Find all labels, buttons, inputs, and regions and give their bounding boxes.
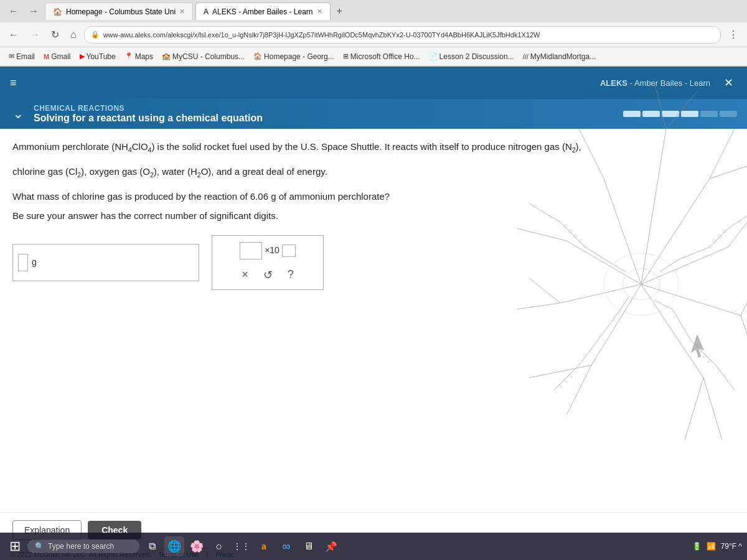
bookmark-mycsu[interactable]: 🏫 MyCSU - Columbus... xyxy=(158,51,248,62)
tab-favicon: 🏠 xyxy=(53,7,62,16)
url-text: www-awu.aleks.com/alekscgi/x/lsl.exe/1o_… xyxy=(103,31,540,39)
answer-section: g ×10 × ↺ ? xyxy=(12,235,735,290)
aleks-header: ≡ ALEKS - Amber Bailes - Learn ✕ xyxy=(0,67,747,99)
bookmark-youtube[interactable]: ▶ YouTube xyxy=(76,51,120,62)
back-button[interactable]: ← xyxy=(5,4,22,18)
answer-unit: g xyxy=(32,255,37,270)
microsoft-icon: ⊞ xyxy=(343,52,349,60)
pin-icon: 📌 xyxy=(325,541,337,553)
section-title: CHEMICAL REACTIONS xyxy=(34,104,263,113)
nh4-sub: 4 xyxy=(128,146,132,154)
taskbar-widget-button[interactable]: ⋮⋮ xyxy=(232,536,251,556)
sci-x10-label: ×10 xyxy=(265,243,280,258)
bookmark-lesson-label: Lesson 2 Discussion... xyxy=(439,52,514,61)
question-paragraph-2: chlorine gas (Cl2), oxygen gas (O2), wat… xyxy=(12,164,735,181)
task-view-button[interactable]: ⧉ xyxy=(142,536,162,556)
sig-digits-note: Be sure your answer has the correct numb… xyxy=(12,208,735,224)
tab-bar: ← → 🏠 Homepage - Columbus State Uni ✕ A … xyxy=(0,0,747,22)
temp-arrow-icon: ^ xyxy=(738,542,742,551)
progress-bar-area xyxy=(623,111,737,117)
taskbar-wifi-icon: 📶 xyxy=(707,542,716,551)
h2o-sub: 2 xyxy=(197,171,201,179)
bookmark-gmail[interactable]: M Gmail xyxy=(40,51,75,62)
aleks-title-label: ALEKS xyxy=(600,78,627,88)
progress-seg-3 xyxy=(662,111,679,117)
bookmark-youtube-label: YouTube xyxy=(87,52,116,61)
edge-icon: 🌐 xyxy=(167,539,181,553)
sci-multiply-button[interactable]: × xyxy=(239,267,251,282)
youtube-icon: ▶ xyxy=(80,52,85,60)
bookmark-lesson[interactable]: 📄 Lesson 2 Discussion... xyxy=(425,51,518,62)
section-subtitle: Solving for a reactant using a chemical … xyxy=(34,113,263,124)
sci-buttons: × ↺ ? xyxy=(239,267,296,283)
sci-top: ×10 xyxy=(240,242,296,259)
sci-help-button[interactable]: ? xyxy=(285,267,296,282)
new-tab-button[interactable]: + xyxy=(333,4,346,18)
tab-aleks[interactable]: A ALEKS - Amber Bailes - Learn ✕ xyxy=(195,2,330,20)
extensions-button[interactable]: ⋮ xyxy=(725,27,742,42)
section-header-text: CHEMICAL REACTIONS Solving for a reactan… xyxy=(34,104,263,124)
taskbar-search-label: Type here to search xyxy=(48,542,114,551)
sci-undo-button[interactable]: ↺ xyxy=(261,267,275,283)
home-button[interactable]: ⌂ xyxy=(67,28,80,42)
o2-sub: 2 xyxy=(150,171,154,179)
question-area: Ammonium perchlorate (NH4ClO4) is the so… xyxy=(0,129,747,512)
taskbar-pin-button[interactable]: 📌 xyxy=(321,536,341,556)
answer-input-box[interactable]: g xyxy=(12,244,199,281)
tab-close-aleks[interactable]: ✕ xyxy=(317,7,322,16)
search-icon: 🔍 xyxy=(35,542,44,551)
mortgage-icon: /// xyxy=(523,53,529,60)
sci-exp-input[interactable] xyxy=(282,245,296,257)
address-bar[interactable]: 🔒 www-awu.aleks.com/alekscgi/x/lsl.exe/1… xyxy=(84,26,721,44)
clo4-sub: 4 xyxy=(148,146,152,154)
app-a-icon: a xyxy=(261,541,266,551)
bookmark-microsoft-label: Microsoft Office Ho... xyxy=(350,52,420,61)
bookmark-email[interactable]: ✉ Email xyxy=(5,51,39,62)
page-content: ≡ ALEKS - Amber Bailes - Learn ✕ ⌄ CHEMI… xyxy=(0,67,747,560)
taskbar-temperature: 79°F ^ xyxy=(721,542,742,551)
bookmark-gmail-label: Gmail xyxy=(51,52,70,61)
taskbar-search[interactable]: 🔍 Type here to search xyxy=(27,539,139,553)
bookmarks-bar: ✉ Email M Gmail ▶ YouTube 📍 Maps 🏫 MyCSU… xyxy=(0,47,747,66)
sci-base-input[interactable] xyxy=(240,242,262,259)
tab-favicon-aleks: A xyxy=(204,7,209,16)
question-prompt: What mass of chlorine gas is produced by… xyxy=(12,189,735,205)
taskbar-monitor-button[interactable]: 🖥 xyxy=(299,536,319,556)
bookmark-homepage[interactable]: 🏠 Homepage - Georg... xyxy=(250,51,338,62)
tab-close-homepage[interactable]: ✕ xyxy=(179,7,185,16)
forward-button[interactable]: → xyxy=(25,4,42,18)
chevron-down-button[interactable]: ⌄ xyxy=(10,106,26,122)
maps-icon: 📍 xyxy=(125,52,133,60)
progress-seg-1 xyxy=(623,111,641,117)
refresh-button[interactable]: ↻ xyxy=(47,27,63,42)
bookmark-maps[interactable]: 📍 Maps xyxy=(121,51,157,62)
section-header: ⌄ CHEMICAL REACTIONS Solving for a react… xyxy=(0,99,747,129)
lesson-icon: 📄 xyxy=(429,52,438,60)
close-button[interactable]: ✕ xyxy=(720,75,737,91)
bookmark-email-label: Email xyxy=(16,52,35,61)
n2-sub: 2 xyxy=(572,146,576,154)
forward-nav-button[interactable]: → xyxy=(26,28,44,42)
taskbar-circle-button[interactable]: ○ xyxy=(209,536,229,556)
taskbar-flower-icon[interactable]: 🌸 xyxy=(187,536,207,556)
progress-seg-6 xyxy=(720,111,737,117)
sci-notation-box: ×10 × ↺ ? xyxy=(212,235,324,290)
cl2-sub: 2 xyxy=(77,171,81,179)
start-button[interactable]: ⊞ xyxy=(5,536,25,556)
bookmark-maps-label: Maps xyxy=(135,52,153,61)
taskbar-infinity-button[interactable]: ∞ xyxy=(276,536,296,556)
mycsu-icon: 🏫 xyxy=(162,52,171,60)
back-nav-button[interactable]: ← xyxy=(5,28,22,42)
taskbar-app-a[interactable]: a xyxy=(254,536,274,556)
bookmark-mortgage[interactable]: /// MyMidlandMortga... xyxy=(519,51,600,62)
bookmark-homepage-label: Homepage - Georg... xyxy=(264,52,334,61)
cursor-indicator xyxy=(18,254,28,271)
taskbar-right: 🔋 📶 79°F ^ xyxy=(692,542,742,551)
tab-homepage[interactable]: 🏠 Homepage - Columbus State Uni ✕ xyxy=(45,2,193,20)
browser-chrome: ← → 🏠 Homepage - Columbus State Uni ✕ A … xyxy=(0,0,747,67)
hamburger-icon[interactable]: ≡ xyxy=(10,77,17,90)
bookmark-mycsu-label: MyCSU - Columbus... xyxy=(172,52,245,61)
bookmark-microsoft[interactable]: ⊞ Microsoft Office Ho... xyxy=(339,51,424,62)
taskbar-edge-icon[interactable]: 🌐 xyxy=(164,536,184,556)
temperature-label: 79°F xyxy=(721,542,736,551)
